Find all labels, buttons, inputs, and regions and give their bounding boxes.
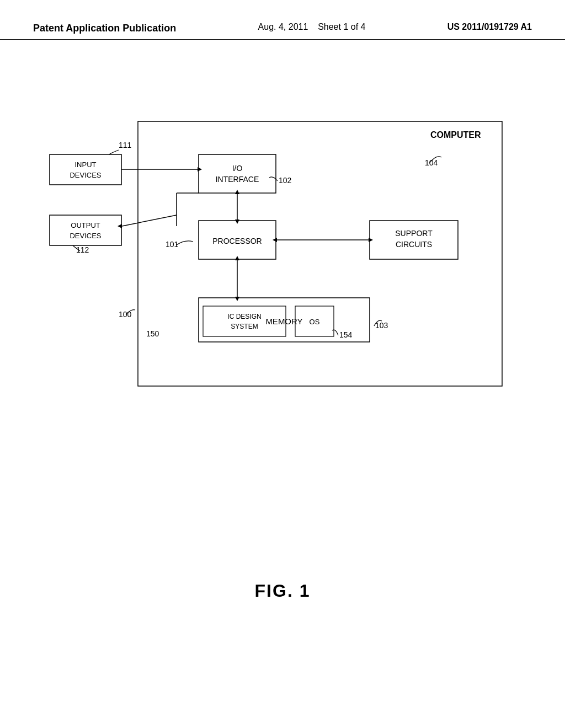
svg-rect-2 [199, 154, 276, 193]
svg-text:CIRCUITS: CIRCUITS [396, 240, 432, 249]
date-sheet: Aug. 4, 2011 Sheet 1 of 4 [258, 22, 366, 32]
ic-design-label: IC DESIGN [227, 313, 261, 320]
page-header: Patent Application Publication Aug. 4, 2… [0, 0, 565, 40]
svg-text:102: 102 [279, 176, 292, 185]
svg-text:103: 103 [375, 321, 388, 330]
io-interface-label: I/O [232, 164, 243, 173]
svg-text:DEVICES: DEVICES [70, 232, 101, 240]
svg-rect-0 [138, 121, 502, 386]
processor-label: PROCESSOR [212, 237, 262, 245]
diagram-area: COMPUTER 104 I/O INTERFACE 102 SUPPORT C… [44, 110, 521, 432]
support-circuits-label: SUPPORT [395, 229, 433, 238]
date: Aug. 4, 2011 [258, 22, 308, 31]
patent-number: US 2011/0191729 A1 [447, 22, 532, 32]
svg-marker-31 [235, 220, 239, 224]
svg-text:INTERFACE: INTERFACE [216, 175, 259, 184]
svg-text:150: 150 [146, 329, 159, 338]
svg-marker-34 [369, 238, 373, 242]
os-label: OS [310, 318, 320, 326]
svg-marker-37 [235, 297, 239, 301]
svg-rect-15 [50, 154, 121, 185]
svg-text:104: 104 [425, 158, 438, 167]
memory-label: MEMORY [265, 317, 302, 326]
sheet: Sheet 1 of 4 [318, 22, 365, 31]
svg-line-26 [122, 215, 177, 226]
svg-text:154: 154 [339, 330, 353, 339]
output-devices-label: OUTPUT [71, 221, 100, 229]
computer-label: COMPUTER [430, 130, 481, 140]
input-devices-label: INPUT [75, 160, 97, 169]
publication-label: Patent Application Publication [33, 22, 176, 35]
svg-text:SYSTEM: SYSTEM [231, 323, 258, 330]
svg-rect-18 [50, 215, 121, 245]
svg-text:111: 111 [119, 141, 132, 149]
patent-diagram: COMPUTER 104 I/O INTERFACE 102 SUPPORT C… [44, 110, 524, 430]
svg-marker-24 [198, 167, 202, 172]
svg-marker-35 [273, 238, 277, 242]
svg-marker-27 [118, 224, 122, 228]
svg-text:DEVICES: DEVICES [70, 171, 101, 179]
svg-marker-32 [235, 190, 239, 194]
figure-label: FIG. 1 [255, 581, 311, 601]
svg-text:101: 101 [166, 240, 179, 249]
svg-marker-38 [235, 256, 239, 260]
